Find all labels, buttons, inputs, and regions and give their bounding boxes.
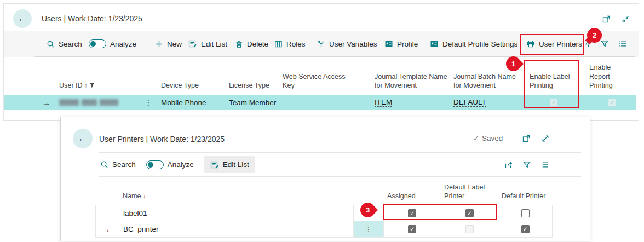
delete-button[interactable]: Delete xyxy=(235,31,268,57)
user-variables-button[interactable]: User Variables xyxy=(317,31,377,57)
printer-row-label01[interactable]: label01 xyxy=(95,205,553,221)
roles-label: Roles xyxy=(286,40,306,48)
default-printer-checkbox[interactable] xyxy=(521,225,530,233)
profile-card-icon xyxy=(384,39,393,48)
expand-window-icon[interactable] xyxy=(541,134,550,143)
default-profile-settings-button[interactable]: Default Profile Settings xyxy=(430,31,518,57)
assigned-checkbox-cell[interactable] xyxy=(384,221,441,237)
dialog-edit-list-button[interactable]: Edit List xyxy=(204,156,255,173)
profile-settings-card-icon xyxy=(430,39,439,48)
column-header-enable-report-printing[interactable]: Enable Report Printing xyxy=(589,63,624,90)
open-in-new-window-icon[interactable] xyxy=(522,134,531,143)
search-icon xyxy=(47,40,55,48)
column-header-enable-label-printing[interactable]: Enable Label Printing xyxy=(530,72,580,90)
users-command-bar: Search Analyze New Edit List xyxy=(4,31,639,57)
printer-name-cell[interactable]: BC_printer xyxy=(117,221,354,237)
sort-descending-icon: ↓ xyxy=(143,193,146,199)
column-filter-icon xyxy=(89,83,95,88)
dialog-command-bar: Search Analyze Edit List xyxy=(61,153,590,176)
user-id-value-redacted xyxy=(59,95,118,110)
enable-report-printing-checkbox xyxy=(608,95,616,110)
user-table-row-selected[interactable]: → ⋮ Mobile Phone Team Member ITEM DEFAUL… xyxy=(4,95,636,110)
edit-list-button[interactable]: Edit List xyxy=(188,31,227,57)
profile-label: Profile xyxy=(397,40,418,48)
users-title-bar: ← Users | Work Date: 1/23/2025 xyxy=(4,4,639,31)
dialog-back-button[interactable]: ← xyxy=(73,129,93,148)
saved-indicator: ✓ Saved xyxy=(473,134,503,142)
license-type-cell: Team Member xyxy=(229,95,276,110)
collapse-window-icon[interactable] xyxy=(621,15,630,24)
back-arrow-icon: ← xyxy=(78,133,88,144)
journal-template-cell[interactable]: ITEM xyxy=(375,95,392,110)
sort-ascending-icon: ↑ xyxy=(84,82,88,89)
edit-list-label: Edit List xyxy=(201,40,227,48)
filter-icon[interactable] xyxy=(522,160,531,169)
journal-batch-cell[interactable]: DEFAULT xyxy=(453,95,486,110)
back-arrow-icon: ← xyxy=(18,13,27,24)
new-label: New xyxy=(167,40,182,48)
search-icon xyxy=(100,160,108,169)
analyze-toggle[interactable] xyxy=(89,39,106,48)
back-button[interactable]: ← xyxy=(13,9,32,28)
column-header-name[interactable]: Name ↓ xyxy=(123,192,146,201)
share-icon[interactable] xyxy=(504,160,513,169)
default-printer-checkbox-cell[interactable] xyxy=(498,221,552,237)
printers-table-header-row: Name ↓ Assigned Default Label Printer De… xyxy=(95,176,553,205)
dialog-search-button[interactable]: Search xyxy=(100,160,136,169)
column-header-user-id[interactable]: User ID ↑ xyxy=(59,81,141,90)
new-button[interactable]: New xyxy=(155,31,182,57)
column-header-license-type[interactable]: License Type xyxy=(229,81,289,90)
default-label-printer-checkbox-cell[interactable] xyxy=(441,205,499,221)
column-header-web-service-access-key[interactable]: Web Service Access Key xyxy=(283,72,354,90)
user-printers-button[interactable]: User Printers xyxy=(526,31,582,57)
dialog-edit-list-label: Edit List xyxy=(223,160,249,169)
search-button[interactable]: Search xyxy=(47,31,82,57)
plus-icon xyxy=(155,40,163,48)
share-icon[interactable] xyxy=(582,39,591,48)
assigned-checkbox-cell[interactable] xyxy=(384,205,441,221)
users-table-header-row: User ID ↑ Device Type License Type Web S… xyxy=(4,57,639,95)
default-profile-settings-label: Default Profile Settings xyxy=(442,40,518,48)
column-header-assigned[interactable]: Assigned xyxy=(387,192,442,201)
column-header-journal-batch[interactable]: Journal Batch Name for Movement xyxy=(453,72,526,90)
menu-icon[interactable] xyxy=(618,39,627,48)
user-id-header-label: User ID xyxy=(59,82,83,89)
row-selector-cell[interactable] xyxy=(96,205,117,221)
column-header-default-printer[interactable]: Default Printer xyxy=(502,192,552,201)
dialog-analyze-toggle[interactable] xyxy=(146,160,164,169)
default-printer-checkbox-cell[interactable] xyxy=(498,205,552,221)
row-selector-arrow-icon: → xyxy=(102,224,110,234)
printer-row-bc-printer[interactable]: → BC_printer ⋮ xyxy=(95,221,553,238)
analyze-toggle-group: Analyze xyxy=(89,31,136,57)
roles-button[interactable]: Roles xyxy=(274,31,306,57)
assigned-checkbox[interactable] xyxy=(408,225,416,233)
default-label-printer-checkbox[interactable] xyxy=(465,209,474,217)
assigned-checkbox[interactable] xyxy=(408,209,416,217)
filter-icon[interactable] xyxy=(600,39,609,48)
dialog-search-label: Search xyxy=(112,160,136,169)
dialog-analyze-toggle-group: Analyze xyxy=(146,160,194,169)
column-header-journal-template[interactable]: Journal Template Name for Movement xyxy=(375,72,451,90)
row-ellipsis-cell[interactable]: ⋮ xyxy=(354,221,384,237)
column-header-device-type[interactable]: Device Type xyxy=(161,81,216,90)
page-title: Users | Work Date: 1/23/2025 xyxy=(42,14,142,23)
edit-list-icon xyxy=(210,160,219,169)
row-selector-cell[interactable]: → xyxy=(96,221,117,237)
column-header-default-label-printer[interactable]: Default Label Printer xyxy=(444,183,495,201)
default-printer-checkbox[interactable] xyxy=(521,209,530,217)
row-ellipsis-cell[interactable] xyxy=(354,205,384,221)
printers-table: label01 → BC_printer ⋮ xyxy=(95,205,553,238)
columns-icon xyxy=(274,40,283,48)
dialog-title: User Printers | Work Date: 1/23/2025 xyxy=(99,135,225,143)
printer-name-cell[interactable]: label01 xyxy=(117,205,354,221)
menu-icon[interactable] xyxy=(540,160,549,169)
open-in-new-window-icon[interactable] xyxy=(602,15,611,24)
default-label-printer-checkbox-cell[interactable] xyxy=(441,221,499,237)
search-label: Search xyxy=(59,40,82,48)
printer-icon xyxy=(526,39,535,48)
users-page-window: ← Users | Work Date: 1/23/2025 xyxy=(3,3,639,121)
variables-icon xyxy=(317,40,325,48)
profile-button[interactable]: Profile xyxy=(384,31,418,57)
dialog-analyze-label: Analyze xyxy=(168,160,194,169)
row-ellipsis-icon[interactable]: ⋮ xyxy=(145,95,152,110)
